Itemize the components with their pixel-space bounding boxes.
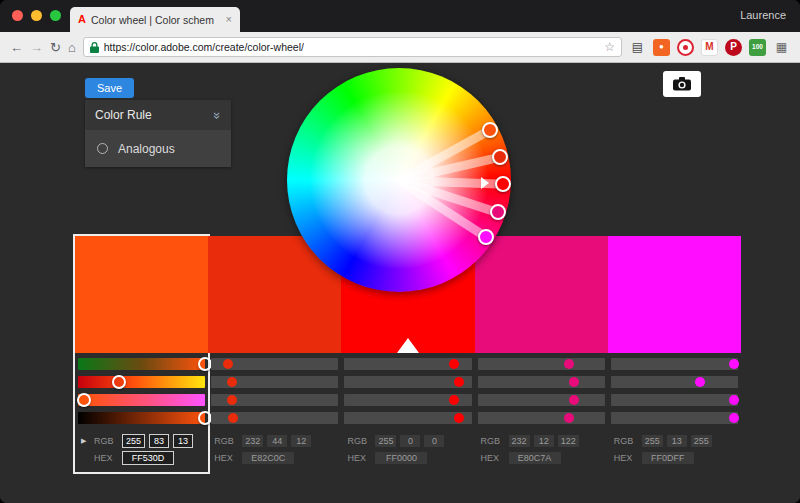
rgb-row: ▶ RGB 232 12 122 (481, 432, 602, 449)
color-rule-panel: Color Rule » Analogous (85, 100, 231, 167)
rule-option-analogous[interactable]: Analogous (85, 130, 231, 167)
rgb-label: RGB (347, 436, 371, 446)
green-value-field[interactable]: 13 (667, 435, 687, 447)
slider-track[interactable] (344, 394, 471, 406)
wheel-handle[interactable] (492, 149, 508, 165)
slider-track[interactable] (78, 412, 205, 424)
slider-handle[interactable] (569, 377, 579, 387)
slider-handle[interactable] (449, 359, 459, 369)
wheel-handle[interactable] (495, 176, 511, 192)
record-extension-icon[interactable] (677, 39, 694, 56)
slider-handle[interactable] (227, 377, 237, 387)
hundred-badge-icon[interactable]: 100 (749, 39, 766, 56)
color-rule-header[interactable]: Color Rule » (85, 100, 231, 130)
hex-value-field[interactable]: E80C7A (509, 452, 561, 464)
green-value-field[interactable]: 83 (149, 434, 169, 448)
slider-handle[interactable] (729, 359, 739, 369)
slider-track[interactable] (344, 376, 471, 388)
wheel-handle[interactable] (490, 204, 506, 220)
blue-value-field[interactable]: 122 (558, 435, 579, 447)
tab-close-icon[interactable]: × (226, 14, 232, 25)
slider-track[interactable] (478, 376, 605, 388)
slider-handle[interactable] (227, 395, 237, 405)
slider-track[interactable] (478, 394, 605, 406)
hex-row: HEX FF0000 (347, 449, 468, 466)
gmail-extension-icon[interactable]: M (701, 39, 718, 56)
slider-track[interactable] (78, 358, 205, 370)
slider-handle[interactable] (454, 413, 464, 423)
hex-value-field[interactable]: FF0DFF (642, 452, 694, 464)
color-swatch[interactable] (608, 236, 741, 353)
slider-track[interactable] (344, 412, 471, 424)
wheel-handle[interactable] (478, 229, 494, 245)
green-value-field[interactable]: 0 (400, 435, 420, 447)
slider-handle[interactable] (454, 377, 464, 387)
slider-handle[interactable] (729, 413, 739, 423)
slider-handle[interactable] (223, 359, 233, 369)
slider-track[interactable] (344, 358, 471, 370)
blue-value-field[interactable]: 12 (291, 435, 311, 447)
slider-handle[interactable] (564, 359, 574, 369)
camera-button[interactable] (663, 71, 701, 97)
slider-track[interactable] (611, 376, 738, 388)
camera-icon (673, 77, 691, 91)
browser-tab[interactable]: A Color wheel | Color schem × (70, 7, 240, 32)
red-value-field[interactable]: 255 (122, 434, 145, 448)
green-value-field[interactable]: 12 (534, 435, 554, 447)
blue-value-field[interactable]: 0 (424, 435, 444, 447)
disclosure-triangle-icon[interactable]: ▶ (81, 437, 90, 445)
blue-value-field[interactable]: 255 (691, 435, 712, 447)
green-value-field[interactable]: 44 (267, 435, 287, 447)
slider-track[interactable] (611, 358, 738, 370)
home-button[interactable]: ⌂ (68, 41, 76, 54)
close-window-button[interactable] (12, 10, 23, 21)
save-button[interactable]: Save (85, 78, 134, 98)
slider-track[interactable] (211, 412, 338, 424)
refresh-button[interactable]: ↻ (50, 41, 61, 54)
slider-handle[interactable] (228, 413, 238, 423)
slider-track[interactable] (611, 412, 738, 424)
back-button[interactable]: ← (10, 41, 23, 54)
slider-handle[interactable] (112, 375, 126, 389)
color-wheel[interactable] (287, 68, 511, 292)
slider-track[interactable] (211, 394, 338, 406)
zoom-window-button[interactable] (50, 10, 61, 21)
chevron-double-down-icon[interactable]: » (210, 111, 225, 118)
red-value-field[interactable]: 232 (242, 435, 263, 447)
color-values: ▶ RGB 232 12 122 HEX E80C7A (475, 432, 608, 466)
radio-icon (97, 143, 108, 154)
color-swatch[interactable] (475, 236, 608, 353)
hex-value-field[interactable]: FF0000 (375, 452, 427, 464)
orange-extension-icon[interactable]: ● (653, 39, 670, 56)
color-swatch[interactable] (75, 236, 208, 353)
slider-track[interactable] (211, 358, 338, 370)
profile-name[interactable]: Laurence (740, 9, 786, 21)
forward-button[interactable]: → (30, 41, 43, 54)
slider-handle[interactable] (77, 393, 91, 407)
slider-handle[interactable] (695, 377, 705, 387)
minimize-window-button[interactable] (31, 10, 42, 21)
slider-track[interactable] (478, 358, 605, 370)
slider-handle[interactable] (729, 395, 739, 405)
pinterest-extension-icon[interactable]: P (725, 39, 742, 56)
apps-grid-icon[interactable]: ▦ (773, 39, 790, 56)
slider-track[interactable] (78, 376, 205, 388)
blue-value-field[interactable]: 13 (173, 434, 193, 448)
red-value-field[interactable]: 232 (509, 435, 530, 447)
slider-track[interactable] (478, 412, 605, 424)
red-value-field[interactable]: 255 (375, 435, 396, 447)
hex-value-field[interactable]: FF530D (122, 451, 174, 465)
slider-handle[interactable] (449, 395, 459, 405)
slider-track[interactable] (211, 376, 338, 388)
wheel-handle[interactable] (482, 122, 498, 138)
layers-extension-icon[interactable]: ▤ (629, 39, 646, 56)
red-value-field[interactable]: 255 (642, 435, 663, 447)
slider-track[interactable] (78, 394, 205, 406)
slider-handle[interactable] (569, 395, 579, 405)
hex-value-field[interactable]: E82C0C (242, 452, 294, 464)
url-text[interactable]: https://color.adobe.com/create/color-whe… (104, 41, 304, 53)
bookmark-star-icon[interactable]: ☆ (604, 41, 615, 53)
slider-track[interactable] (611, 394, 738, 406)
address-bar[interactable]: https://color.adobe.com/create/color-whe… (83, 37, 622, 57)
slider-handle[interactable] (564, 413, 574, 423)
